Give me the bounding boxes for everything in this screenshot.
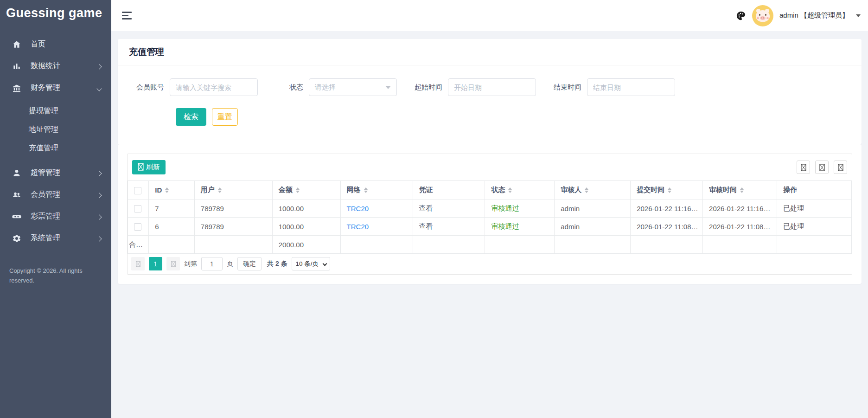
toolbar-action-button-3[interactable] <box>834 161 847 174</box>
sidebar-item-withdraw-management[interactable]: 提现管理 <box>0 102 111 120</box>
cell-submit-time: 2026-01-22 11:08… <box>631 218 703 236</box>
page-content: 充值管理 会员账号 状态 请选择 <box>111 31 868 284</box>
sort-icon <box>740 187 744 193</box>
menu-toggle-icon[interactable] <box>120 10 134 21</box>
sidebar-item-label: 会员管理 <box>31 190 60 199</box>
chevron-down-icon[interactable] <box>856 14 861 17</box>
sort-icon <box>508 187 512 193</box>
cell-status: 审核通过 <box>485 218 555 236</box>
account-search-input[interactable] <box>170 78 258 96</box>
summary-empty-cell <box>413 236 485 254</box>
start-time-label: 起始时间 <box>402 83 448 92</box>
col-submit-time[interactable]: 提交时间 <box>631 181 703 199</box>
filter-group-end-time: 结束时间 <box>542 78 681 96</box>
user-icon <box>12 168 22 178</box>
row-checkbox[interactable] <box>134 205 141 212</box>
chevron-down-icon <box>97 84 101 92</box>
col-id[interactable]: ID <box>149 181 195 199</box>
col-audit-time[interactable]: 审核时间 <box>703 181 777 199</box>
goto-page-input[interactable] <box>201 257 223 270</box>
toolbar-action-button-1[interactable] <box>797 161 810 174</box>
view-voucher-link[interactable]: 查看 <box>419 204 433 212</box>
sort-icon <box>296 187 300 193</box>
view-voucher-link[interactable]: 查看 <box>419 222 433 230</box>
chevron-right-icon <box>97 169 101 177</box>
confirm-button[interactable]: 确定 <box>237 257 262 270</box>
cell-audit-time: 2026-01-22 11:08… <box>703 218 777 236</box>
sidebar-item-superadmin[interactable]: 超管管理 <box>0 162 111 184</box>
cell-user: 789789 <box>194 218 272 236</box>
cell-user: 789789 <box>194 199 272 218</box>
status-text: 审核通过 <box>491 222 519 230</box>
filter-row: 会员账号 状态 请选择 起始时间 <box>124 78 850 96</box>
avatar-pig-cheek <box>766 17 769 19</box>
sidebar-item-members[interactable]: 会员管理 <box>0 184 111 206</box>
sidebar-item-finance[interactable]: 财务管理 <box>0 77 111 99</box>
recharge-table: ID 用户 金额 网络 凭证 状态 审核人 提交时间 审核时间 操作 <box>128 180 852 254</box>
summary-empty-cell <box>555 236 631 254</box>
summary-empty-cell <box>703 236 777 254</box>
page-number-button[interactable]: 1 <box>149 257 162 270</box>
start-date-input[interactable] <box>448 78 536 96</box>
user-menu[interactable]: admin 【超级管理员】 <box>779 11 849 20</box>
topbar-right: admin 【超级管理员】 <box>736 5 861 26</box>
col-auditor[interactable]: 审核人 <box>555 181 631 199</box>
table-toolbar: 刷新 <box>128 154 852 180</box>
avatar-pig-eye <box>759 14 760 16</box>
network-link[interactable]: TRC20 <box>347 205 369 212</box>
table-card: 刷新 <box>118 144 862 284</box>
cell-id: 7 <box>149 199 195 218</box>
sidebar-item-address-management[interactable]: 地址管理 <box>0 120 111 139</box>
avatar-pig-eye <box>765 14 766 16</box>
sidebar-item-lottery[interactable]: 彩票管理 <box>0 206 111 227</box>
search-button[interactable]: 检索 <box>176 108 206 126</box>
col-voucher: 凭证 <box>413 181 485 199</box>
cell-submit-time: 2026-01-22 11:16… <box>631 199 703 218</box>
summary-empty-cell <box>631 236 703 254</box>
cell-select <box>128 199 149 218</box>
refresh-button[interactable]: 刷新 <box>132 160 166 174</box>
sidebar-nav: 首页 数据统计 财务管理 提现管理 <box>0 33 111 249</box>
end-date-input[interactable] <box>587 78 675 96</box>
reset-button[interactable]: 重置 <box>212 108 238 126</box>
missing-glyph-icon <box>136 261 140 267</box>
page-title: 充值管理 <box>129 46 850 58</box>
toolbar-action-button-2[interactable] <box>815 161 829 174</box>
sidebar-item-label: 财务管理 <box>31 83 60 93</box>
col-amount[interactable]: 金额 <box>272 181 340 199</box>
sidebar-item-home[interactable]: 首页 <box>0 33 111 55</box>
theme-palette-icon[interactable] <box>736 11 746 21</box>
col-network[interactable]: 网络 <box>340 181 413 199</box>
prev-page-button[interactable] <box>131 257 145 270</box>
summary-amount: 2000.00 <box>272 236 340 254</box>
next-page-button[interactable] <box>166 257 180 270</box>
sidebar-item-recharge-management[interactable]: 充值管理 <box>0 139 111 157</box>
sort-icon <box>364 187 368 193</box>
network-link[interactable]: TRC20 <box>347 223 369 231</box>
summary-row: 合… 2000.00 <box>128 236 852 254</box>
col-status[interactable]: 状态 <box>485 181 555 199</box>
filter-group-status: 状态 请选择 <box>263 78 402 96</box>
sidebar-item-system[interactable]: 系统管理 <box>0 227 111 249</box>
cell-voucher: 查看 <box>413 199 485 218</box>
gamepad-icon <box>12 212 22 222</box>
col-user[interactable]: 用户 <box>194 181 272 199</box>
gear-icon <box>12 233 22 244</box>
filter-group-account: 会员账号 <box>124 78 263 96</box>
sort-icon <box>585 187 588 193</box>
summary-empty-cell <box>340 236 413 254</box>
chevron-right-icon <box>97 191 101 199</box>
missing-glyph-icon <box>838 164 843 171</box>
chevron-right-icon <box>97 212 101 221</box>
pagination: 1 到第 页 确定 共 2 条 10 条/页 <box>128 254 852 274</box>
summary-label: 合… <box>128 236 149 254</box>
select-all-checkbox[interactable] <box>134 187 141 194</box>
avatar[interactable] <box>752 5 773 26</box>
sidebar-item-statistics[interactable]: 数据统计 <box>0 55 111 77</box>
status-select[interactable]: 请选择 <box>309 78 397 96</box>
chevron-down-icon <box>323 262 327 266</box>
summary-empty-cell <box>777 236 852 254</box>
row-checkbox[interactable] <box>134 223 141 231</box>
page-size-select[interactable]: 10 条/页 <box>292 257 331 270</box>
cell-id: 6 <box>149 218 195 236</box>
